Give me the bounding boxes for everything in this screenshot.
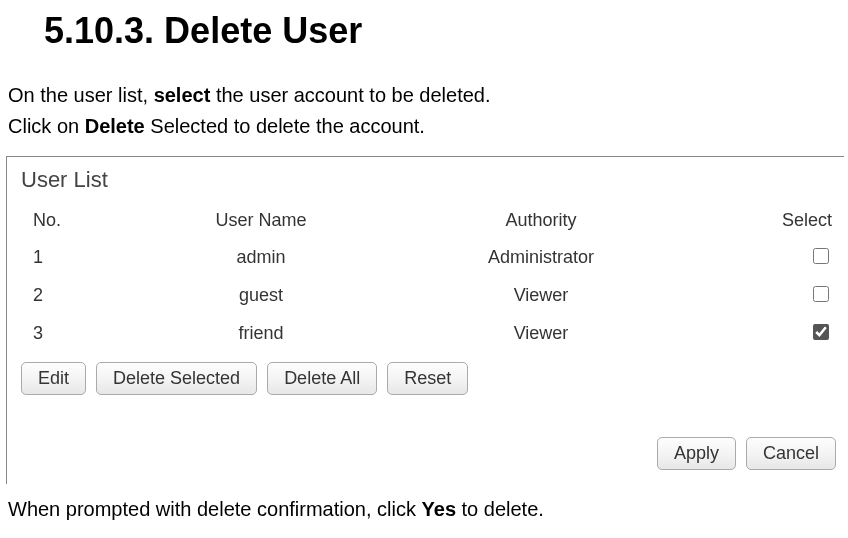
user-list-title: User List [21, 167, 838, 193]
select-checkbox[interactable] [813, 286, 829, 302]
cell-username: admin [121, 247, 401, 268]
user-list-table: No. User Name Authority Select 1 admin A… [21, 203, 838, 352]
footer-button-row: Apply Cancel [21, 437, 836, 470]
cell-select [681, 245, 838, 269]
reset-button[interactable]: Reset [387, 362, 468, 395]
intro-line-2: Click on Delete Selected to delete the a… [8, 113, 842, 140]
text-fragment: to delete. [456, 498, 544, 520]
cell-no: 1 [21, 247, 121, 268]
table-row: 2 guest Viewer [21, 276, 838, 314]
cell-authority: Viewer [401, 323, 681, 344]
text-fragment: Selected to delete the account. [145, 115, 425, 137]
bold-select: select [154, 84, 211, 106]
select-checkbox[interactable] [813, 324, 829, 340]
intro-line-1: On the user list, select the user accoun… [8, 82, 842, 109]
text-fragment: When prompted with delete confirmation, … [8, 498, 422, 520]
cell-authority: Viewer [401, 285, 681, 306]
apply-button[interactable]: Apply [657, 437, 736, 470]
user-list-screenshot: User List No. User Name Authority Select… [6, 156, 844, 484]
cell-username: friend [121, 323, 401, 344]
cell-no: 3 [21, 323, 121, 344]
header-authority: Authority [401, 210, 681, 231]
delete-all-button[interactable]: Delete All [267, 362, 377, 395]
cell-username: guest [121, 285, 401, 306]
cell-no: 2 [21, 285, 121, 306]
cancel-button[interactable]: Cancel [746, 437, 836, 470]
header-no: No. [21, 210, 121, 231]
table-header-row: No. User Name Authority Select [21, 203, 838, 238]
header-username: User Name [121, 210, 401, 231]
action-button-row: Edit Delete Selected Delete All Reset [21, 362, 838, 395]
header-select: Select [681, 210, 838, 231]
cell-select [681, 321, 838, 345]
cell-authority: Administrator [401, 247, 681, 268]
bold-yes: Yes [422, 498, 456, 520]
cell-select [681, 283, 838, 307]
bold-delete: Delete [85, 115, 145, 137]
table-row: 1 admin Administrator [21, 238, 838, 276]
text-fragment: On the user list, [8, 84, 154, 106]
outro-line: When prompted with delete confirmation, … [8, 498, 842, 521]
section-title: Delete User [164, 10, 362, 51]
select-checkbox[interactable] [813, 248, 829, 264]
text-fragment: Click on [8, 115, 85, 137]
delete-selected-button[interactable]: Delete Selected [96, 362, 257, 395]
section-number: 5.10.3. [44, 10, 154, 51]
section-heading: 5.10.3. Delete User [44, 10, 842, 52]
table-row: 3 friend Viewer [21, 314, 838, 352]
edit-button[interactable]: Edit [21, 362, 86, 395]
text-fragment: the user account to be deleted. [210, 84, 490, 106]
